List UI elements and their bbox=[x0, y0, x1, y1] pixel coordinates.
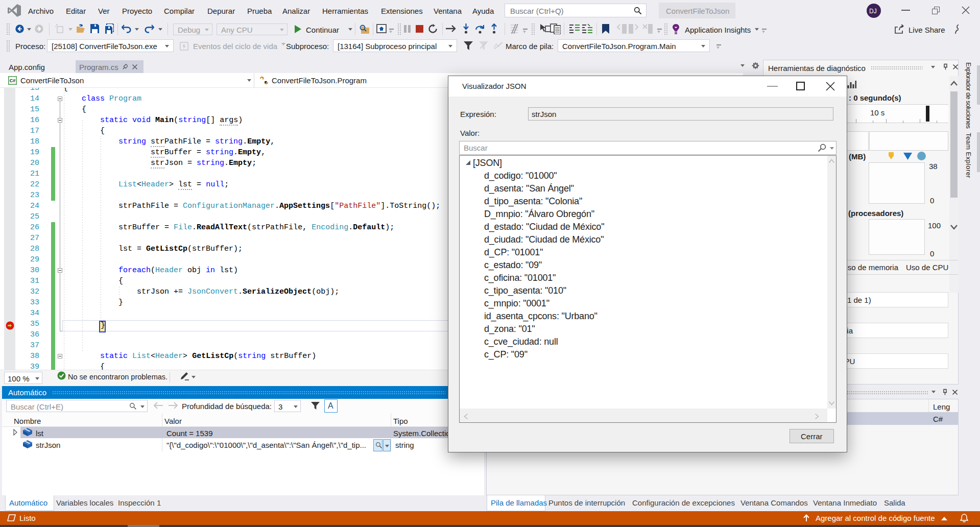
svg-text:C#: C# bbox=[10, 78, 16, 83]
